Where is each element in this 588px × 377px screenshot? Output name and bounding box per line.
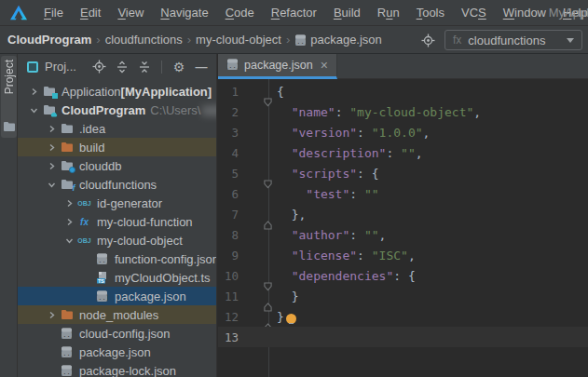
tree-row-cloud-config-json[interactable]: {..}cloud-config.json [18, 324, 216, 343]
menu-navigate[interactable]: Navigate [152, 0, 216, 26]
fold-slot [259, 327, 277, 347]
menu-file[interactable]: File [35, 0, 72, 26]
menu-view[interactable]: View [109, 0, 152, 26]
code-line-5[interactable]: 5 "scripts": { [218, 163, 588, 183]
chevron-right-icon[interactable] [27, 88, 41, 96]
tree-label: .idea [79, 122, 105, 136]
chevron-right-icon[interactable] [45, 311, 59, 319]
chevron-right-icon [48, 143, 56, 152]
collapse-all-button[interactable] [137, 60, 152, 74]
project-panel-title[interactable]: Proj... [45, 60, 76, 74]
tool-window-stripe: Project [0, 54, 18, 377]
tree-row-cloudfunctions[interactable]: fcloudfunctions [18, 175, 216, 194]
expand-all-button[interactable] [115, 60, 130, 74]
menu-tools[interactable]: Tools [408, 0, 453, 26]
fold-open-marker[interactable] [259, 163, 277, 183]
code-line-13[interactable]: 13 [218, 327, 588, 347]
code-text: "description": "", [277, 146, 423, 160]
code-text: "scripts": { [277, 167, 379, 181]
fold-end-marker[interactable] [259, 286, 277, 306]
code-editor[interactable]: 1{2 "name": "my-cloud-object",3 "version… [218, 79, 588, 377]
chevron-right-icon[interactable] [45, 162, 59, 170]
tree-row-node-modules[interactable]: node_modules [18, 305, 216, 324]
code-line-4[interactable]: 4 "description": "", [218, 142, 588, 163]
fold-end-marker[interactable] [259, 204, 277, 224]
breadcrumb-my-cloud-object[interactable]: my-cloud-object [196, 33, 281, 47]
code-line-6[interactable]: 6 "test": "" [218, 183, 588, 204]
code-line-8[interactable]: 8 "author": "", [218, 224, 588, 245]
line-number: 6 [218, 187, 259, 201]
chevron-right-icon [48, 125, 56, 133]
menu-edit[interactable]: Edit [72, 0, 109, 26]
editor-area: {..} package.json × 1{2 "name": "my-clou… [218, 54, 588, 377]
line-number: 2 [218, 105, 259, 119]
node-icon-slot: TS [94, 271, 110, 284]
menu-refactor[interactable]: Refactor [263, 0, 325, 26]
fold-end-marker[interactable] [259, 306, 277, 327]
intention-lightbulb-icon[interactable] [286, 314, 296, 324]
menu-run[interactable]: Run [369, 0, 408, 26]
fold-open-marker[interactable] [259, 81, 277, 101]
tree-row-id-generator[interactable]: OBJid-generator [18, 194, 216, 212]
tree-label: id-generator [97, 196, 162, 210]
node-icon-slot [41, 104, 57, 115]
chevron-right-icon[interactable] [45, 143, 59, 152]
fold-slot [259, 183, 277, 204]
tree-row-package-lock-json[interactable]: {..}package-lock.json [18, 361, 216, 377]
chevron-right-icon[interactable] [62, 199, 76, 208]
menu-code[interactable]: Code [217, 0, 263, 26]
chevron-down-icon[interactable] [62, 236, 76, 245]
ts-file-icon: TS [96, 271, 108, 284]
code-line-2[interactable]: 2 "name": "my-cloud-object", [218, 101, 588, 122]
run-configuration-dropdown[interactable]: fx cloudfunctions [444, 30, 582, 50]
menu-build[interactable]: Build [325, 0, 369, 26]
tree-row-function-config-json[interactable]: {..}function-config.json [18, 249, 216, 268]
tree-row-package-json[interactable]: {..}package.json [18, 343, 216, 361]
tab-package-json[interactable]: {..} package.json × [218, 54, 337, 79]
tree-row-cloudprogram[interactable]: CloudProgramC:\Users\ [18, 101, 216, 119]
code-line-7[interactable]: 7 }, [218, 204, 588, 224]
hide-button[interactable]: — [194, 60, 209, 74]
code-line-9[interactable]: 9 "license": "ISC", [218, 245, 588, 265]
settings-button[interactable]: ⚙ [171, 60, 186, 74]
breadcrumb-package.json[interactable]: {..}package.json [294, 33, 382, 47]
chevron-right-icon [48, 162, 56, 170]
tree-row-package-json[interactable]: {..}package.json [18, 287, 216, 305]
obj-icon: OBJ [77, 200, 90, 207]
tree-label: function-config.json [115, 252, 217, 266]
chevron-right-icon[interactable] [62, 218, 76, 226]
locate-button[interactable] [92, 60, 107, 74]
tree-row-clouddb[interactable]: clouddb [18, 156, 216, 175]
code-text: "license": "ISC", [277, 249, 416, 263]
menu-vcs[interactable]: VCS [453, 0, 495, 26]
code-line-1[interactable]: 1{ [218, 81, 588, 101]
tree-row-build[interactable]: build [18, 138, 216, 156]
menu-window[interactable]: Window [495, 0, 554, 26]
chevron-right-icon[interactable] [45, 125, 59, 133]
tree-row-application[interactable]: Application [MyApplication] [18, 82, 216, 101]
code-line-11[interactable]: 11 } [218, 286, 588, 306]
tree-row-my-cloud-function[interactable]: fxmy-cloud-function [18, 212, 216, 231]
chevron-down-icon[interactable] [45, 181, 59, 189]
tree-row-my-cloud-object[interactable]: OBJmy-cloud-object [18, 231, 216, 249]
obj-icon: OBJ [77, 237, 90, 244]
tab-title: package.json [244, 59, 313, 72]
breadcrumb-cloudprogram[interactable]: CloudProgram [7, 33, 91, 47]
locate-target-icon[interactable] [420, 33, 435, 47]
tree-label: package.json [115, 289, 186, 303]
folder-app-icon [43, 86, 56, 97]
fold-open-marker[interactable] [259, 265, 277, 286]
breadcrumb-cloudfunctions[interactable]: cloudfunctions [105, 33, 183, 47]
code-line-10[interactable]: 10 "dependencies": { [218, 265, 588, 286]
expand-all-icon [116, 61, 129, 74]
code-line-12[interactable]: 12} [218, 306, 588, 327]
project-tree: Application [MyApplication]CloudProgramC… [18, 82, 216, 377]
json-file-icon: {..} [294, 34, 307, 47]
tree-row--idea[interactable]: .idea [18, 119, 216, 138]
close-icon[interactable]: × [321, 60, 328, 71]
code-line-3[interactable]: 3 "version": "1.0.0", [218, 122, 588, 142]
tree-label: package.json [79, 345, 151, 359]
fx-prefix: fx [453, 34, 461, 47]
tree-row-mycloudobject-ts[interactable]: TSmyCloudObject.ts [18, 268, 216, 287]
chevron-down-icon[interactable] [27, 106, 41, 114]
